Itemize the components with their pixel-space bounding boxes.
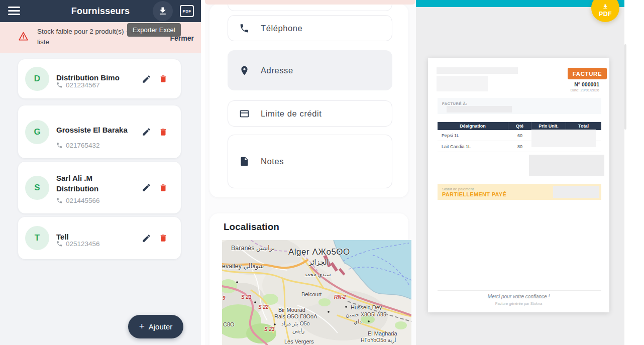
location-pin-icon <box>239 65 250 76</box>
map-label: RN-2 <box>334 294 346 300</box>
download-icon <box>158 6 168 16</box>
trash-icon <box>159 183 168 192</box>
payment-status-label: Statut de paiement <box>442 187 474 191</box>
warning-icon <box>18 31 29 42</box>
scrollbar[interactable] <box>624 44 626 130</box>
cell-qty: 60 <box>508 130 531 141</box>
invoice-badge: FACTURE <box>568 68 607 79</box>
alert-banner-edge <box>205 0 415 5</box>
phone-icon <box>56 82 63 88</box>
field-label: Téléphone <box>261 24 302 33</box>
delete-button[interactable] <box>159 127 169 137</box>
map-label: بئر مراد O5ο <box>281 320 310 326</box>
phone-number: 021445566 <box>66 197 100 204</box>
table-header-row: Désignation Qté Prix Unit. Total <box>438 122 601 130</box>
payment-status-value: PARTIELLEMENT PAYÉ <box>442 191 506 197</box>
supplier-phone: 025123456 <box>56 240 100 248</box>
totals-placeholder <box>529 155 604 176</box>
map-label: Belcourt <box>301 291 321 297</box>
edit-button[interactable] <box>142 233 152 243</box>
col-unit-price: Prix Unit. <box>531 122 566 130</box>
footer-divider <box>438 290 601 291</box>
avatar: G <box>25 120 49 144</box>
delete-button[interactable] <box>159 74 169 84</box>
supplier-card[interactable]: T Tell 025123456 <box>18 217 181 259</box>
edit-button[interactable] <box>142 183 152 193</box>
phone-number: 021234567 <box>66 81 100 89</box>
avatar: T <box>25 226 49 250</box>
credit-card-icon <box>239 108 250 119</box>
location-card: Localisation <box>209 213 408 345</box>
invoice-sheet: FACTURE N° 000001 Date: 29/01/2026 FACTU… <box>428 58 609 312</box>
supplier-phone: 021765432 <box>56 142 100 149</box>
phone-icon <box>56 197 63 204</box>
map-labels: Baranès برانيسevalley شوفاليAlger ΛЖο5ʘO… <box>222 240 411 345</box>
col-qty: Qté <box>508 122 531 130</box>
supplier-card[interactable]: D Distribution Bimo 021234567 <box>18 59 181 98</box>
credit-limit-field[interactable]: Limite de crédit <box>228 100 392 127</box>
map-label: رايس <box>292 327 304 333</box>
invoice-preview-panel: PDF FACTURE N° 000001 Date: 29/01/2026 F… <box>416 0 624 345</box>
download-pdf-fab[interactable]: PDF <box>591 0 619 22</box>
company-name-placeholder <box>437 67 518 74</box>
edit-button[interactable] <box>142 127 152 137</box>
map-label: HΓοΥοΟ5ο أرية <box>361 337 396 343</box>
phone-field[interactable]: Téléphone <box>228 15 392 41</box>
add-supplier-button[interactable]: + Ajouter <box>128 315 183 338</box>
screenshot-root: Fournisseurs PDF Stock faible pour 2 pro… <box>0 0 644 345</box>
map-label: evalley شوفالي <box>222 262 264 270</box>
delete-button[interactable] <box>159 183 169 193</box>
notes-field[interactable]: Notes <box>228 135 392 188</box>
supplier-card[interactable]: S Sarl Ali .M Distribution 021445566 <box>18 162 181 213</box>
map-label: Rais Θ5Ο Γ8ΟοΛ <box>274 313 317 319</box>
avatar: S <box>25 176 49 200</box>
supplier-name: Sarl Ali .M Distribution <box>56 173 132 194</box>
supplier-form-panel: Téléphone Adresse Limite de crédit Notes… <box>205 0 416 345</box>
client-placeholder <box>447 106 512 112</box>
delete-button[interactable] <box>159 233 169 243</box>
map-label: 9 <box>223 295 226 301</box>
cell-qty: 80 <box>508 141 531 152</box>
payment-placeholder <box>553 186 599 198</box>
export-excel-button[interactable] <box>153 1 173 21</box>
cell-designation: Pepsi 1L <box>438 130 508 141</box>
export-excel-tooltip: Exporter Excel <box>127 23 181 37</box>
phone-icon <box>239 23 250 34</box>
trash-icon <box>159 74 168 83</box>
note-icon <box>239 156 250 167</box>
trash-icon <box>159 128 168 137</box>
footer-thanks: Merci pour votre confiance ! <box>428 294 609 299</box>
map[interactable]: Baranès برانيسevalley شوفاليAlger ΛЖο5ʘO… <box>222 240 411 345</box>
right-gutter <box>624 0 644 345</box>
footer-generated: Facture générée par Stokna <box>428 301 609 306</box>
amounts-placeholder <box>531 130 596 147</box>
suppliers-panel: Fournisseurs PDF Stock faible pour 2 pro… <box>0 0 201 345</box>
map-label: S 21 <box>241 294 252 300</box>
menu-icon[interactable] <box>8 7 20 16</box>
supplier-phone: 021234567 <box>56 81 100 89</box>
avatar: D <box>25 67 49 91</box>
download-icon <box>602 4 609 10</box>
supplier-name: Grossiste El Baraka <box>56 125 132 136</box>
map-label: Hussein Dey <box>351 304 382 310</box>
phone-number: 025123456 <box>66 240 100 248</box>
billed-to-section: FACTURÉ À: <box>438 98 601 114</box>
fab-label: PDF <box>599 11 612 18</box>
phone-icon <box>56 142 63 149</box>
map-label: Baranès برانيس <box>231 244 275 252</box>
pencil-icon <box>142 183 151 192</box>
supplier-phone: 021445566 <box>56 197 100 204</box>
phone-number: 021765432 <box>66 142 100 149</box>
location-title: Localisation <box>224 221 279 233</box>
map-label: S 23 <box>264 326 275 332</box>
map-label: S 22 <box>258 304 269 310</box>
export-pdf-button[interactable]: PDF <box>180 5 195 18</box>
pdf-doc-icon: PDF <box>180 5 194 17</box>
field-label: Adresse <box>261 66 293 75</box>
edit-button[interactable] <box>142 74 152 84</box>
pencil-icon <box>142 74 151 84</box>
map-label: الجزائر <box>308 258 329 266</box>
address-field[interactable]: Adresse <box>228 50 392 90</box>
pencil-icon <box>142 127 151 137</box>
supplier-card[interactable]: G Grossiste El Baraka 021765432 <box>18 105 181 158</box>
